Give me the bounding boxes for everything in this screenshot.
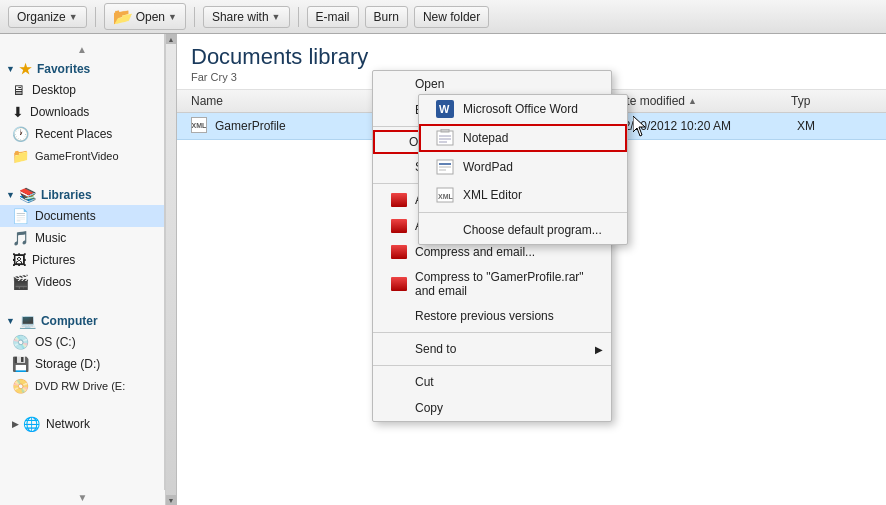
sidebar-item-music[interactable]: 🎵 Music bbox=[0, 227, 164, 249]
main-container: ▲ ▼ ★ Favorites 🖥 Desktop ⬇ Downloads 🕐 … bbox=[0, 34, 886, 505]
rar-icon-2 bbox=[391, 219, 407, 233]
computer-header[interactable]: ▼ 💻 Computer bbox=[0, 309, 164, 331]
submenu-item-choose-default[interactable]: Choose default program... bbox=[419, 216, 627, 244]
sidebar-item-downloads[interactable]: ⬇ Downloads bbox=[0, 101, 164, 123]
dvd-icon: 📀 bbox=[12, 378, 29, 394]
open-with-submenu: W Microsoft Office Word Notepad bbox=[418, 94, 628, 245]
gamefront-icon: 📁 bbox=[12, 148, 29, 164]
scroll-down[interactable]: ▼ bbox=[0, 490, 165, 505]
compress-rar-icon bbox=[391, 277, 407, 291]
libraries-section: ▼ 📚 Libraries 📄 Documents 🎵 Music 🖼 Pict… bbox=[0, 183, 164, 293]
organize-label: Organize bbox=[17, 10, 66, 24]
desktop-icon: 🖥 bbox=[12, 82, 26, 98]
email-button[interactable]: E-mail bbox=[307, 6, 359, 28]
submenu-item-notepad[interactable]: Notepad bbox=[419, 124, 627, 152]
menu-separator-4 bbox=[373, 365, 611, 366]
libraries-label: Libraries bbox=[41, 188, 92, 202]
os-c-icon: 💿 bbox=[12, 334, 29, 350]
sidebar-item-pictures[interactable]: 🖼 Pictures bbox=[0, 249, 164, 271]
archive-icon bbox=[389, 192, 409, 208]
restore-label: Restore previous versions bbox=[415, 309, 554, 323]
library-title: Documents library bbox=[191, 44, 872, 70]
edit-icon bbox=[389, 102, 409, 118]
notepad-label: Notepad bbox=[463, 131, 508, 145]
sidebar-scrollbar[interactable]: ▲ ▼ bbox=[165, 34, 177, 505]
sidebar-item-storage-d[interactable]: 💾 Storage (D:) bbox=[0, 353, 164, 375]
favorites-label: Favorites bbox=[37, 62, 90, 76]
computer-icon: 💻 bbox=[19, 313, 36, 329]
toolbar-separator-3 bbox=[298, 7, 299, 27]
compress-email-label: Compress and email... bbox=[415, 245, 535, 259]
sidebar-spacer-2 bbox=[0, 301, 164, 309]
sidebar-item-recent-places[interactable]: 🕐 Recent Places bbox=[0, 123, 164, 145]
menu-separator-3 bbox=[373, 332, 611, 333]
desktop-label: Desktop bbox=[32, 83, 76, 97]
sidebar-item-desktop[interactable]: 🖥 Desktop bbox=[0, 79, 164, 101]
choose-default-label: Choose default program... bbox=[463, 223, 602, 237]
network-expand-arrow: ▶ bbox=[12, 419, 19, 429]
share-with-button[interactable]: Share with ▼ bbox=[203, 6, 290, 28]
open-arrow: ▼ bbox=[168, 12, 177, 22]
xml-editor-label: XML Editor bbox=[463, 188, 522, 202]
compress-icon bbox=[391, 245, 407, 259]
sidebar-item-documents[interactable]: 📄 Documents bbox=[0, 205, 164, 227]
sidebar-item-os-c[interactable]: 💿 OS (C:) bbox=[0, 331, 164, 353]
send-to-label: Send to bbox=[415, 342, 456, 356]
submenu-separator bbox=[419, 212, 627, 213]
libraries-arrow: ▼ bbox=[6, 190, 15, 200]
menu-item-compress-rar-email[interactable]: Compress to "GamerProfile.rar" and email bbox=[373, 265, 611, 303]
videos-icon: 🎬 bbox=[12, 274, 29, 290]
email-label: E-mail bbox=[316, 10, 350, 24]
file-type-cell: XM bbox=[797, 119, 815, 133]
sort-arrow: ▲ bbox=[688, 96, 697, 106]
open-label: Open bbox=[415, 77, 444, 91]
menu-item-cut[interactable]: Cut bbox=[373, 369, 611, 395]
organize-button[interactable]: Organize ▼ bbox=[8, 6, 87, 28]
documents-icon: 📄 bbox=[12, 208, 29, 224]
restore-icon bbox=[389, 308, 409, 324]
open-label: Open bbox=[136, 10, 165, 24]
libraries-header[interactable]: ▼ 📚 Libraries bbox=[0, 183, 164, 205]
col-date-header[interactable]: Date modified ▲ bbox=[611, 94, 791, 108]
toolbar-separator-1 bbox=[95, 7, 96, 27]
sidebar-item-gamefront[interactable]: 📁 GameFrontVideo bbox=[0, 145, 164, 167]
menu-item-copy[interactable]: Copy bbox=[373, 395, 611, 421]
submenu-item-word[interactable]: W Microsoft Office Word bbox=[419, 95, 627, 123]
compress-rar-email-icon bbox=[389, 276, 409, 292]
toolbar: Organize ▼ 📂 Open ▼ Share with ▼ E-mail … bbox=[0, 0, 886, 34]
sidebar-item-network[interactable]: ▶ 🌐 Network bbox=[0, 413, 164, 435]
favorites-star-icon: ★ bbox=[19, 61, 32, 77]
add-rar-icon bbox=[389, 218, 409, 234]
pictures-label: Pictures bbox=[32, 253, 75, 267]
rar-icon bbox=[391, 193, 407, 207]
menu-item-send-to[interactable]: Send to ▶ bbox=[373, 336, 611, 362]
file-xml-icon: XML bbox=[191, 117, 209, 135]
submenu-item-xml-editor[interactable]: XML XML Editor bbox=[419, 181, 627, 209]
scrollbar-down-arrow[interactable]: ▼ bbox=[166, 495, 176, 505]
menu-item-restore[interactable]: Restore previous versions bbox=[373, 303, 611, 329]
content-area: Documents library Far Cry 3 Name Date mo… bbox=[177, 34, 886, 505]
sidebar-spacer-1 bbox=[0, 175, 164, 183]
cut-icon bbox=[389, 374, 409, 390]
notepad-icon bbox=[435, 129, 455, 147]
word-icon: W bbox=[435, 100, 455, 118]
svg-rect-2 bbox=[437, 131, 453, 145]
network-label: Network bbox=[46, 417, 90, 431]
open-folder-icon: 📂 bbox=[113, 7, 133, 26]
sidebar-item-videos[interactable]: 🎬 Videos bbox=[0, 271, 164, 293]
open-button[interactable]: 📂 Open ▼ bbox=[104, 3, 186, 30]
svg-text:W: W bbox=[439, 103, 450, 115]
sidebar-item-dvd[interactable]: 📀 DVD RW Drive (E: bbox=[0, 375, 164, 397]
burn-button[interactable]: Burn bbox=[365, 6, 408, 28]
organize-arrow: ▼ bbox=[69, 12, 78, 22]
favorites-header[interactable]: ▼ ★ Favorites bbox=[0, 57, 164, 79]
storage-d-label: Storage (D:) bbox=[35, 357, 100, 371]
new-folder-button[interactable]: New folder bbox=[414, 6, 489, 28]
scroll-up[interactable]: ▲ bbox=[0, 42, 164, 57]
submenu-item-wordpad[interactable]: WordPad bbox=[419, 153, 627, 181]
scrollbar-up-arrow[interactable]: ▲ bbox=[166, 34, 176, 44]
documents-label: Documents bbox=[35, 209, 96, 223]
share-arrow: ▼ bbox=[272, 12, 281, 22]
computer-label: Computer bbox=[41, 314, 98, 328]
svg-rect-3 bbox=[441, 129, 449, 132]
